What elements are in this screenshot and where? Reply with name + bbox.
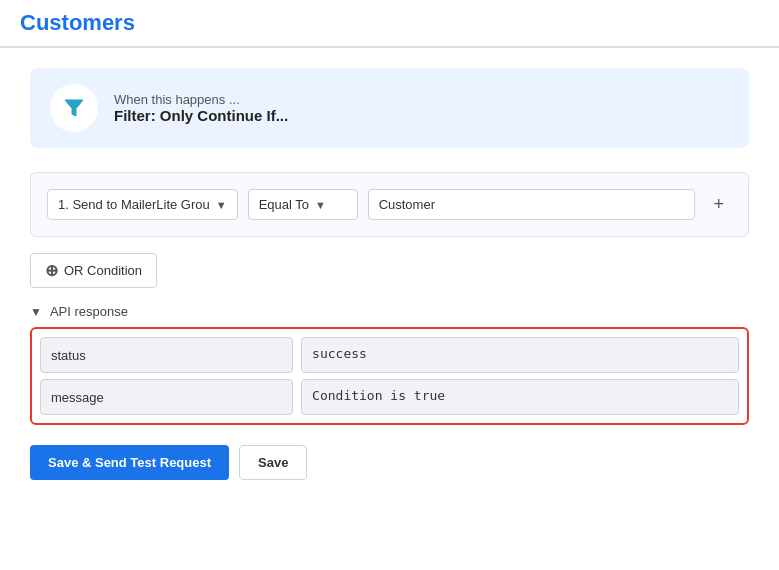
api-value-textarea-2[interactable]: Condition is true: [301, 379, 739, 415]
send-chevron-icon: ▼: [216, 199, 227, 211]
page-title: Customers: [20, 10, 135, 35]
save-send-button[interactable]: Save & Send Test Request: [30, 445, 229, 480]
filter-icon: [62, 96, 86, 120]
or-condition-label: OR Condition: [64, 263, 142, 278]
condition-value-input[interactable]: [368, 189, 696, 220]
trigger-icon-wrap: [50, 84, 98, 132]
or-plus-icon: ⊕: [45, 261, 58, 280]
main-content: When this happens ... Filter: Only Conti…: [0, 48, 779, 500]
api-row-2: Condition is true: [40, 379, 739, 415]
or-condition-button[interactable]: ⊕ OR Condition: [30, 253, 157, 288]
api-section-label: API response: [50, 304, 128, 319]
api-value-textarea-1[interactable]: success: [301, 337, 739, 373]
action-buttons: Save & Send Test Request Save: [30, 445, 749, 480]
equal-chevron-icon: ▼: [315, 199, 326, 211]
api-section: ▼ API response success Condition is true: [30, 304, 749, 425]
save-button[interactable]: Save: [239, 445, 307, 480]
page-header: Customers: [0, 0, 779, 48]
api-label-row: ▼ API response: [30, 304, 749, 319]
send-dropdown-label: 1. Send to MailerLite Grou: [58, 197, 210, 212]
trigger-title: Filter: Only Continue If...: [114, 107, 288, 124]
equal-dropdown[interactable]: Equal To ▼: [248, 189, 358, 220]
send-dropdown[interactable]: 1. Send to MailerLite Grou ▼: [47, 189, 238, 220]
trigger-when-label: When this happens ...: [114, 92, 288, 107]
condition-row: 1. Send to MailerLite Grou ▼ Equal To ▼ …: [47, 189, 732, 220]
trigger-box: When this happens ... Filter: Only Conti…: [30, 68, 749, 148]
add-condition-button[interactable]: +: [705, 190, 732, 219]
condition-section: 1. Send to MailerLite Grou ▼ Equal To ▼ …: [30, 172, 749, 237]
equal-dropdown-label: Equal To: [259, 197, 309, 212]
api-key-input-2[interactable]: [40, 379, 293, 415]
api-key-input-1[interactable]: [40, 337, 293, 373]
api-chevron-icon: ▼: [30, 305, 42, 319]
api-response-box: success Condition is true: [30, 327, 749, 425]
trigger-text: When this happens ... Filter: Only Conti…: [114, 92, 288, 124]
api-row-1: success: [40, 337, 739, 373]
